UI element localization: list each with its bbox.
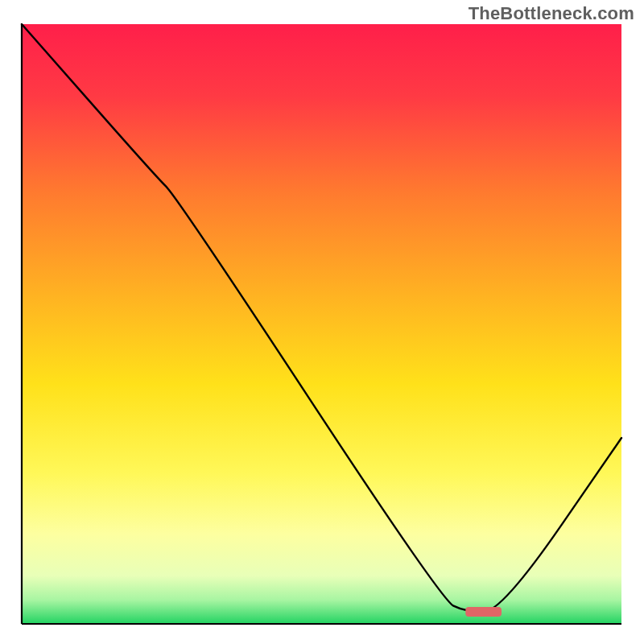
chart-container: TheBottleneck.com (0, 0, 644, 644)
plot-background (22, 24, 621, 624)
watermark: TheBottleneck.com (469, 3, 634, 24)
optimum-marker (465, 607, 502, 617)
bottleneck-chart (0, 0, 644, 644)
